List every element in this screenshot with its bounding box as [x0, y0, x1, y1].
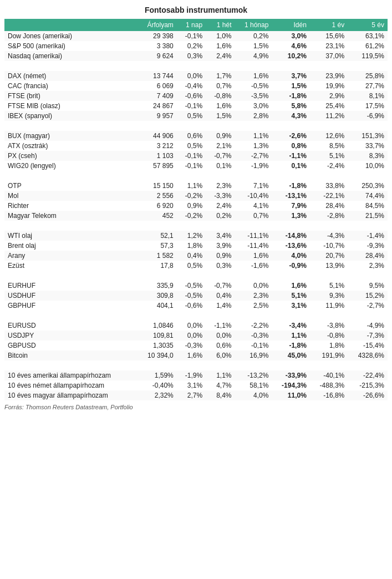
instrument-value: -1,6% [235, 261, 272, 271]
instrument-value: 57,3 [137, 241, 177, 251]
spacer-cell [206, 61, 235, 71]
table-header-row: Árfolyam 1 nap 1 hét 1 hónap Idén 1 év 5… [4, 19, 388, 31]
instrument-value: 5,1% [272, 291, 309, 301]
instrument-value: 0,4% [206, 291, 235, 301]
instrument-value: -14,8% [272, 231, 309, 241]
instrument-name: Brent olaj [4, 241, 137, 251]
col-1d: 1 nap [177, 19, 206, 31]
instrument-value: 4,0% [272, 251, 309, 261]
spacer-cell [310, 360, 348, 370]
instrument-value: 151,3% [348, 131, 388, 141]
instrument-value: -0,5% [177, 281, 206, 291]
spacer-cell [137, 61, 177, 71]
instrument-value: 0,0% [177, 71, 206, 81]
spacer-cell [177, 311, 206, 321]
instrument-value: 74,4% [348, 191, 388, 201]
instrument-name: Mol [4, 191, 137, 201]
spacer-cell [272, 221, 309, 231]
instrument-value: -2,8% [310, 211, 348, 221]
instrument-name: Ezüst [4, 261, 137, 271]
instrument-name: DAX (német) [4, 71, 137, 81]
instrument-value: -16,8% [310, 390, 348, 400]
instrument-value: -215,3% [348, 380, 388, 390]
instrument-value: 9,5% [348, 281, 388, 291]
table-row: OTP15 1501,1%2,3%7,1%-1,8%33,8%250,3% [4, 181, 388, 191]
instrument-name: WIG20 (lengyel) [4, 161, 137, 171]
instrument-value: 3,0% [235, 101, 272, 111]
instrument-value: 0,1% [206, 161, 235, 171]
instrument-value: -3,8% [310, 321, 348, 331]
instrument-value: 309,8 [137, 291, 177, 301]
instrument-name: Magyar Telekom [4, 211, 137, 221]
spacer-cell [310, 221, 348, 231]
main-container: Fontosabb instrumentumok Árfolyam 1 nap … [0, 0, 392, 417]
instrument-value: -194,3% [272, 380, 309, 390]
instrument-value: -9,3% [348, 241, 388, 251]
table-row: DAX (német)13 7440,0%1,7%1,6%3,7%23,9%25… [4, 71, 388, 81]
instrument-value: -13,1% [272, 191, 309, 201]
table-row [4, 61, 388, 71]
instrument-value: 0,5% [177, 261, 206, 271]
instrument-value: 27,7% [348, 81, 388, 91]
instrument-value: 15,6% [310, 31, 348, 41]
instrument-name: PX (cseh) [4, 151, 137, 161]
instrument-value: -1,8% [272, 91, 309, 101]
instrument-value: 37,0% [310, 51, 348, 61]
instrument-value: 1,4% [206, 301, 235, 311]
instrument-value: 61,2% [348, 41, 388, 51]
instrument-value: 2,5% [235, 301, 272, 311]
table-row [4, 171, 388, 181]
instrument-value: 44 906 [137, 131, 177, 141]
instrument-name: Arany [4, 251, 137, 261]
spacer-cell [272, 311, 309, 321]
instrument-value: 8,1% [348, 91, 388, 101]
table-row: BUX (magyar)44 9060,6%0,9%1,1%-2,6%12,6%… [4, 131, 388, 141]
instrument-value: 24 867 [137, 101, 177, 111]
table-row: USDHUF309,8-0,5%0,4%2,3%5,1%9,3%15,2% [4, 291, 388, 301]
instrument-value: 6 069 [137, 81, 177, 91]
instrument-value: 1 103 [137, 151, 177, 161]
spacer-cell [137, 221, 177, 231]
instrument-value: 0,7% [235, 211, 272, 221]
instrument-value: -1,8% [272, 341, 309, 351]
instrument-value: 1,5% [272, 81, 309, 91]
instrument-value: 335,9 [137, 281, 177, 291]
instrument-value: 2,3% [348, 261, 388, 271]
instrument-value: 0,9% [206, 131, 235, 141]
instrument-value: -15,4% [348, 341, 388, 351]
instrument-value: 3 212 [137, 141, 177, 151]
table-row: WTI olaj52,11,2%3,4%-11,1%-14,8%-4,3%-1,… [4, 231, 388, 241]
instrument-value: 4328,6% [348, 351, 388, 360]
instrument-name: FTSE MIB (olasz) [4, 101, 137, 111]
instrument-value: -0,1% [235, 341, 272, 351]
table-row: Richter6 9200,9%2,4%4,1%7,9%28,4%84,5% [4, 201, 388, 211]
instrument-value: 1,0% [206, 31, 235, 41]
spacer-cell [235, 311, 272, 321]
instrument-value: -11,1% [235, 231, 272, 241]
instrument-value: 23,9% [310, 71, 348, 81]
instrument-value: -0,3% [177, 341, 206, 351]
spacer-cell [137, 271, 177, 281]
instrument-value: 1,8% [177, 241, 206, 251]
instrument-value: 7 409 [137, 91, 177, 101]
instrument-value: 52,1 [137, 231, 177, 241]
spacer-cell [310, 171, 348, 181]
instrument-value: 2,4% [206, 201, 235, 211]
table-row [4, 121, 388, 131]
spacer-cell [4, 61, 137, 71]
spacer-cell [272, 61, 309, 71]
instrument-value: 20,7% [310, 251, 348, 261]
spacer-cell [206, 121, 235, 131]
instrument-value: 10,0% [348, 161, 388, 171]
instrument-value: 2,4% [206, 51, 235, 61]
footer-source: Forrás: Thomson Reuters Datastream, Port… [4, 404, 388, 410]
instrument-value: -1,1% [272, 151, 309, 161]
instrument-value: 1,6% [272, 281, 309, 291]
instrument-name: Bitcoin [4, 351, 137, 360]
instruments-table: Árfolyam 1 nap 1 hét 1 hónap Idén 1 év 5… [4, 19, 388, 400]
spacer-cell [137, 171, 177, 181]
instrument-value: -2,2% [235, 321, 272, 331]
spacer-cell [177, 271, 206, 281]
instrument-name: CAC (francia) [4, 81, 137, 91]
spacer-cell [310, 311, 348, 321]
